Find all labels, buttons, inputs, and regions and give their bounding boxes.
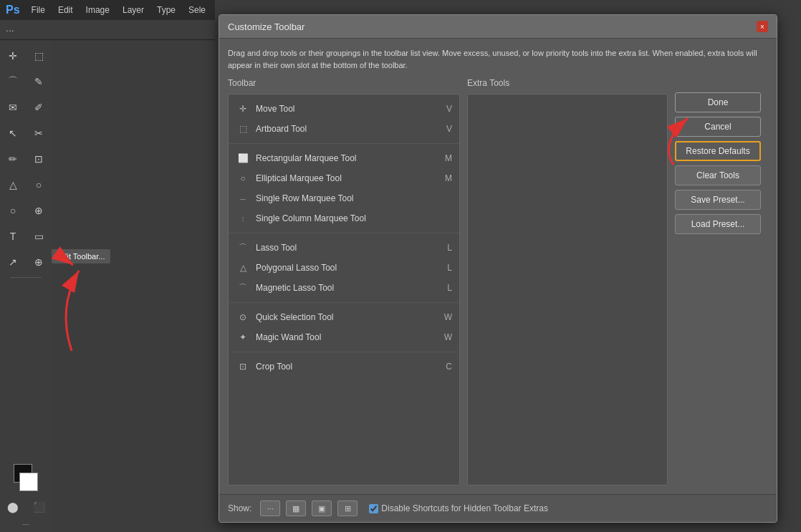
poly-lasso-label: Polygonal Lasso Tool: [256, 263, 441, 273]
menu-file[interactable]: File: [26, 4, 51, 16]
extra-tools-section: Extra Tools: [467, 78, 668, 485]
tool-row-single-row[interactable]: ― Single Row Marquee Tool: [229, 188, 459, 208]
tool-row-crop[interactable]: ⊡ Crop Tool C: [229, 357, 459, 377]
lasso-tool-btn[interactable]: ⌒: [0, 69, 26, 95]
menu-bar: Ps File Edit Image Layer Type Sele: [0, 0, 215, 20]
artboard-tool-label: Artboard Tool: [256, 124, 441, 134]
mag-lasso-shortcut: L: [447, 283, 452, 293]
extra-tools-label: Extra Tools: [467, 78, 668, 88]
quick-sel-icon: ⊙: [236, 310, 250, 324]
clear-tools-button[interactable]: Clear Tools: [675, 165, 761, 185]
shape-btn[interactable]: ▭: [26, 223, 52, 249]
gradient-btn[interactable]: △: [0, 172, 26, 198]
toolbar-more-dots[interactable]: ···: [23, 521, 29, 528]
dialog-close-button[interactable]: ×: [757, 21, 768, 32]
hand-btn[interactable]: ↗: [0, 249, 26, 275]
dialog-main: Toolbar ✛ Move Tool V ⬚ Artboard Tool: [228, 78, 768, 485]
options-dots[interactable]: ···: [6, 24, 14, 36]
tool-row-lasso[interactable]: ⌒ Lasso Tool L: [229, 238, 459, 258]
selection-tool-btn[interactable]: ⬚: [26, 43, 52, 69]
toolbar-list-container[interactable]: ✛ Move Tool V ⬚ Artboard Tool V: [228, 94, 460, 485]
dialog-description: Drag and drop tools or their groupings i…: [228, 47, 768, 71]
cancel-button[interactable]: Cancel: [675, 117, 761, 137]
dodge-btn[interactable]: ○: [0, 198, 26, 223]
tool-row-single-col[interactable]: ⋮ Single Column Marquee Tool: [229, 208, 459, 228]
tool-row-quick-sel[interactable]: ⊙ Quick Selection Tool W: [229, 307, 459, 327]
save-preset-button[interactable]: Save Preset...: [675, 190, 761, 210]
mag-lasso-label: Magnetic Lasso Tool: [256, 283, 441, 293]
move-tool-label: Move Tool: [256, 104, 441, 114]
eraser-tool-btn[interactable]: ✐: [26, 95, 52, 120]
menu-edit[interactable]: Edit: [52, 4, 79, 16]
dialog-title: Customize Toolbar: [228, 21, 304, 32]
tool-row-magic-wand[interactable]: ✦ Magic Wand Tool W: [229, 327, 459, 347]
artboard-tool-icon: ⬚: [236, 122, 250, 136]
menu-image[interactable]: Image: [80, 4, 115, 16]
tool-group-selection: ⊙ Quick Selection Tool W ✦ Magic Wand To…: [229, 303, 459, 352]
quick-sel-shortcut: W: [444, 312, 452, 322]
tool-pair-6: △ ○: [0, 172, 52, 198]
show-btn-dots[interactable]: ···: [260, 500, 280, 516]
tool-row-move[interactable]: ✛ Move Tool V: [229, 99, 459, 119]
menu-select[interactable]: Sele: [183, 4, 211, 16]
rect-marquee-label: Rectangular Marquee Tool: [256, 153, 439, 163]
done-button[interactable]: Done: [675, 92, 761, 112]
lasso-icon: ⌒: [236, 241, 250, 255]
edit-toolbar-tooltip: Edit Toolbar...: [52, 249, 110, 263]
restore-defaults-button[interactable]: Restore Defaults: [675, 141, 761, 161]
tool-pair-5: ✏ ⊡: [0, 146, 52, 172]
type-btn[interactable]: T: [0, 223, 26, 249]
move-tool-btn[interactable]: ✛: [0, 43, 26, 69]
crop-btn[interactable]: ✂: [26, 120, 52, 146]
rect-marquee-icon: ⬜: [236, 151, 250, 165]
disable-shortcuts-checkbox[interactable]: [369, 504, 378, 513]
right-buttons: Done Cancel Restore Defaults Clear Tools…: [675, 78, 768, 485]
customize-toolbar-dialog: Customize Toolbar × Drag and drop tools …: [219, 14, 777, 523]
tool-row-artboard[interactable]: ⬚ Artboard Tool V: [229, 119, 459, 139]
crop-tool-label: Crop Tool: [256, 362, 440, 372]
magic-wand-shortcut: W: [444, 332, 452, 342]
show-btn-grid1[interactable]: ▦: [286, 500, 306, 516]
disable-shortcuts-checkbox-label[interactable]: Disable Shortcuts for Hidden Toolbar Ext…: [369, 503, 548, 513]
menu-type[interactable]: Type: [151, 4, 181, 16]
stamp-btn[interactable]: ⊡: [26, 146, 52, 172]
pen-tool-btn[interactable]: ✎: [26, 69, 52, 95]
tool-pair-3: ✉ ✐: [0, 95, 52, 120]
screen-mode-btn[interactable]: ⬛: [26, 494, 52, 520]
extra-tools-container[interactable]: [467, 94, 668, 485]
move-tool-shortcut: V: [446, 104, 452, 114]
path-select-btn[interactable]: ⊕: [26, 198, 52, 223]
ps-logo: Ps: [6, 1, 20, 19]
toolbar-divider: [10, 277, 41, 278]
magic-wand-label: Magic Wand Tool: [256, 332, 438, 342]
tool-group-move: ✛ Move Tool V ⬚ Artboard Tool V: [229, 95, 459, 144]
tool-pair-2: ⌒ ✎: [0, 69, 52, 95]
tool-group-crop: ⊡ Crop Tool C: [229, 352, 459, 381]
ellipse-marquee-shortcut: M: [445, 173, 452, 183]
lasso-shortcut: L: [447, 243, 452, 253]
tool-row-mag-lasso[interactable]: ⌒ Magnetic Lasso Tool L: [229, 278, 459, 298]
tool-row-poly-lasso[interactable]: △ Polygonal Lasso Tool L: [229, 258, 459, 278]
crop-tool-icon: ⊡: [236, 359, 250, 374]
ellipse-marquee-label: Elliptical Marquee Tool: [256, 173, 439, 183]
artboard-tool-shortcut: V: [446, 124, 452, 134]
single-row-label: Single Row Marquee Tool: [256, 193, 446, 203]
brush-tool-btn[interactable]: ✉: [0, 95, 26, 120]
tool-row-rect-marquee[interactable]: ⬜ Rectangular Marquee Tool M: [229, 148, 459, 168]
tool-group-marquee: ⬜ Rectangular Marquee Tool M ○ Elliptica…: [229, 144, 459, 233]
show-btn-grid3[interactable]: ⊞: [337, 500, 358, 516]
color-swatch[interactable]: [12, 464, 39, 491]
zoom-btn[interactable]: ⊕: [26, 249, 52, 275]
direct-select-btn[interactable]: ↖: [0, 120, 26, 146]
show-btn-grid2[interactable]: ▣: [312, 500, 332, 516]
blur-btn[interactable]: ○: [26, 172, 52, 198]
disable-shortcuts-label: Disable Shortcuts for Hidden Toolbar Ext…: [381, 503, 548, 513]
quick-mask-btn[interactable]: ⬤: [0, 494, 26, 520]
tool-pair-8: T ▭: [0, 223, 52, 249]
heal-btn[interactable]: ✏: [0, 146, 26, 172]
tool-pair-1: ✛ ⬚: [0, 43, 52, 69]
menu-layer[interactable]: Layer: [117, 4, 150, 16]
rect-marquee-shortcut: M: [445, 153, 452, 163]
load-preset-button[interactable]: Load Preset...: [675, 214, 761, 234]
tool-row-ellipse-marquee[interactable]: ○ Elliptical Marquee Tool M: [229, 168, 459, 188]
